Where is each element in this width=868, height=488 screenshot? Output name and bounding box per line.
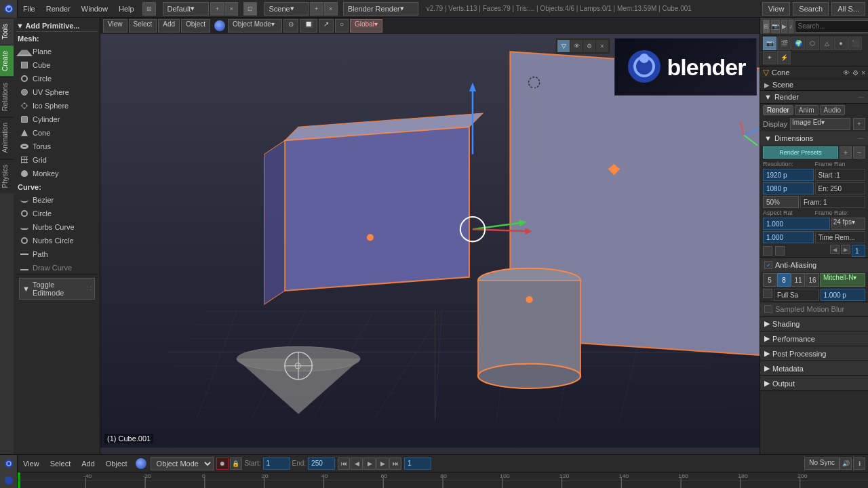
metadata-header[interactable]: ▶ Metadata [760,361,868,375]
item-nurbscurve[interactable]: Nurbs Curve [16,220,98,234]
frame-field[interactable]: Fram: 1 [800,196,865,208]
snap-btn[interactable]: 🔲 [300,19,317,33]
chk2[interactable] [775,246,785,256]
aa-filter-select[interactable]: Mitchell-N▾ [820,273,865,287]
start-field[interactable]: Start :1 [815,169,866,181]
item-drawcurve[interactable]: Draw Curve [16,261,98,274]
tab-relations[interactable]: Relations [0,77,14,117]
res-x-field[interactable]: 1920 p [763,169,814,181]
item-cone[interactable]: Cone [16,126,98,140]
no-sync-btn[interactable]: No Sync [804,458,840,470]
tab-physics[interactable]: Physics [0,159,14,193]
global-selector[interactable]: Global▾ [350,19,382,33]
item-bezier[interactable]: Bezier [16,193,98,207]
item-curve-circle[interactable]: Circle [16,207,98,220]
tab-animation[interactable]: Animation [0,117,14,158]
dimensions-header[interactable]: ▼ Dimensions — [760,131,868,145]
sync-icon[interactable]: 🔒 [230,458,242,470]
menu-help[interactable]: Help [113,0,140,17]
right-search-input[interactable] [795,20,869,33]
item-torus[interactable]: Torus [16,140,98,153]
ricon-particle[interactable]: ✦ [763,51,776,64]
post-processing-header[interactable]: ▶ Post Processing [760,346,868,361]
tab-tools[interactable]: Tools [0,18,14,45]
mode-dropdown[interactable]: Object Mode [151,457,214,470]
ricon-mesh[interactable]: △ [820,37,833,50]
ricon-material[interactable]: ● [834,37,848,50]
view-menu[interactable]: View [103,19,127,33]
select-menu[interactable]: Select [129,19,157,33]
aa-num-16[interactable]: 16 [806,273,819,287]
res-y-field[interactable]: 1080 p [763,182,814,195]
item-monkey[interactable]: Monkey [16,167,98,180]
pivot-btn[interactable]: ⊙ [283,19,298,33]
nav-right-btn[interactable]: ▶ [841,245,850,254]
all-button[interactable]: All S... [831,2,865,16]
ricon-world[interactable]: 🌍 [791,37,805,50]
aa-num-11[interactable]: 11 [791,273,805,287]
screen-icon[interactable]: ⊡ [243,2,257,16]
ricon-layout[interactable]: ⊞ [763,20,770,33]
preset-minus-btn[interactable]: − [853,146,865,159]
menu-file[interactable]: File [18,0,41,17]
item-plane[interactable]: Plane [16,45,98,58]
render-tab-render[interactable]: Render [763,105,793,115]
toggle-editmode-btn[interactable]: ▼ Toggle Editmode ∷ [19,278,95,300]
bottom-select-menu[interactable]: Select [45,455,77,472]
item-nurbscircle[interactable]: Nurbs Circle [16,234,98,247]
search-button[interactable]: Search [793,2,829,16]
menu-window[interactable]: Window [76,0,113,17]
tab-create[interactable]: Create [0,45,14,77]
mode-selector[interactable]: Object Mode▾ [228,19,282,33]
render-presets-btn[interactable]: Render Presets [763,146,838,159]
end-field[interactable]: En: 250 [815,182,866,195]
vp-icon-x[interactable]: × [596,40,608,52]
item-icosphere[interactable]: Ico Sphere [16,99,98,113]
engine-selector[interactable]: Blender Render▾ [343,2,418,16]
cone-eye-btn[interactable]: 👁 [843,69,850,77]
bottom-object-menu[interactable]: Object [100,455,133,472]
bottom-add-menu[interactable]: Add [76,455,100,472]
proportional-btn[interactable]: ○ [335,19,349,33]
ricon-texture[interactable]: ⬛ [848,37,862,50]
ricon-scene[interactable]: 🎬 [777,37,791,50]
aa-checkbox[interactable] [764,261,772,269]
bottom-blender-icon[interactable] [0,455,18,472]
add-scene-icon[interactable]: + [310,2,323,16]
remove-workspace-icon[interactable]: × [224,2,238,16]
current-frame[interactable]: 1 [404,458,431,470]
vp-icon-eye[interactable]: 👁 [570,40,583,52]
ricon-audio[interactable]: ♪ [789,20,793,33]
full-sample-val[interactable]: 1.000 p [821,289,866,301]
aa-num-8[interactable]: 8 [777,273,791,287]
item-grid[interactable]: Grid [16,153,98,167]
menu-render[interactable]: Render [41,0,76,17]
vp-icon-settings[interactable]: ⚙ [583,40,595,52]
audio-icon[interactable]: 🔊 [840,458,852,470]
play-btn[interactable]: ▶ [363,458,376,470]
layout-icon[interactable]: ⊞ [142,2,156,16]
bottom-view-menu[interactable]: View [18,455,45,472]
sampled-motion-chk[interactable] [764,305,772,313]
nav-left-btn[interactable]: ◀ [830,245,840,254]
frame-rate-select[interactable]: 24 fps▾ [831,218,865,230]
ricon-camera[interactable]: 📷 [763,37,776,50]
scene-selector[interactable]: Scene▾ [264,2,308,16]
performance-header[interactable]: ▶ Performance [760,331,868,346]
transform-btn[interactable]: ↗ [319,19,334,33]
add-workspace-icon[interactable]: + [210,2,224,16]
asp-y-field[interactable]: 1.000 [763,231,814,243]
end-value[interactable]: 250 [308,458,335,470]
output-header[interactable]: ▶ Output [760,376,868,390]
add-menu[interactable]: Add [158,19,180,33]
item-uvsphere[interactable]: UV Sphere [16,85,98,99]
prev-frame-btn[interactable]: ◀ [351,458,363,470]
display-extra-btn[interactable]: + [853,118,865,130]
sampled-motion-header[interactable]: Sampled Motion Blur [760,302,868,316]
render-header[interactable]: ▼ Render — [760,91,868,104]
ricon-object[interactable]: ⬡ [806,37,819,50]
jump-start-btn[interactable]: ⏮ [338,458,350,470]
blender-icon[interactable] [0,0,18,18]
item-cylinder[interactable]: Cylinder [16,113,98,126]
render-tab-anim[interactable]: Anim [795,105,818,115]
